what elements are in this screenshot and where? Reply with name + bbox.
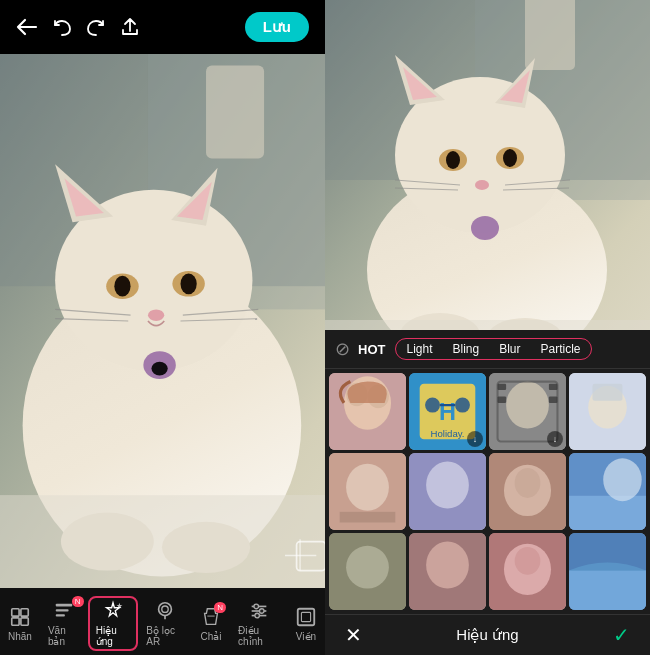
effect-badge-3: ↓ [547, 431, 563, 447]
svg-point-94 [426, 462, 469, 509]
vien-label: Viền [296, 631, 316, 642]
top-toolbar: Lưu [0, 0, 325, 54]
svg-rect-27 [12, 608, 19, 615]
svg-rect-29 [12, 617, 19, 624]
svg-rect-33 [56, 614, 65, 616]
filter-tab-blur[interactable]: Blur [489, 339, 530, 359]
svg-point-104 [426, 542, 469, 589]
svg-rect-45 [301, 612, 310, 621]
svg-rect-89 [593, 384, 623, 401]
svg-text:H: H [439, 399, 456, 425]
svg-rect-3 [206, 66, 264, 159]
effect-item-6[interactable] [409, 453, 486, 530]
svg-point-78 [455, 398, 470, 413]
vanban-badge: N [72, 596, 84, 607]
svg-point-13 [180, 273, 196, 294]
bottom-icon-vien[interactable]: Viền [287, 602, 325, 646]
svg-point-59 [503, 149, 517, 167]
effect-item-12[interactable] [569, 533, 646, 610]
effect-badge-2: ↓ [467, 431, 483, 447]
svg-point-34 [159, 603, 172, 616]
svg-point-20 [151, 362, 167, 376]
svg-rect-23 [0, 495, 325, 588]
filter-tab-particle[interactable]: Particle [531, 339, 591, 359]
svg-point-107 [515, 547, 541, 575]
save-button[interactable]: Lưu [245, 12, 309, 42]
bottom-icon-dieuchinch[interactable]: Điều chỉnh [230, 596, 287, 651]
close-button[interactable]: ✕ [345, 623, 362, 647]
svg-point-77 [425, 398, 440, 413]
svg-rect-86 [549, 397, 558, 403]
bottom-icon-chai[interactable]: N Chải [192, 602, 230, 646]
svg-point-35 [162, 606, 168, 612]
effect-item-2[interactable]: H Holiday. ↓ [409, 373, 486, 450]
effects-tabs-row: ⊘ HOT Light Bling Blur Particle [325, 330, 650, 369]
bottom-icon-nhan[interactable]: Nhãn [0, 602, 40, 646]
effect-item-8[interactable] [569, 453, 646, 530]
effect-item-4[interactable] [569, 373, 646, 450]
bottom-icons-row: Nhãn N Văn bản Hiệu ứng [0, 596, 325, 651]
filter-tab-bling[interactable]: Bling [442, 339, 489, 359]
svg-rect-68 [325, 320, 650, 330]
effect-item-5[interactable] [329, 453, 406, 530]
redo-button[interactable] [86, 18, 106, 36]
svg-rect-32 [56, 609, 69, 611]
cat-photo-right [325, 0, 650, 330]
confirm-button[interactable]: ✓ [613, 623, 630, 647]
filter-tabs-group: Light Bling Blur Particle [395, 338, 591, 360]
effect-item-7[interactable] [489, 453, 566, 530]
svg-point-60 [475, 180, 489, 190]
left-panel: Lưu [0, 0, 325, 655]
effects-label: Hiệu ứng [456, 626, 518, 644]
undo-button[interactable] [52, 18, 72, 36]
effects-panel: ⊘ HOT Light Bling Blur Particle [325, 330, 650, 614]
svg-rect-99 [569, 496, 646, 530]
svg-point-91 [346, 464, 389, 511]
effect-item-1[interactable] [329, 373, 406, 450]
svg-point-11 [114, 276, 130, 297]
effect-item-9[interactable] [329, 533, 406, 610]
svg-rect-30 [21, 617, 28, 624]
no-effect-icon[interactable]: ⊘ [335, 338, 350, 360]
svg-point-100 [603, 458, 642, 501]
bottom-icon-hieuung[interactable]: Hiệu ứng [88, 596, 139, 651]
svg-text:Holiday.: Holiday. [430, 428, 464, 439]
svg-rect-28 [21, 608, 28, 615]
filter-tab-light[interactable]: Light [396, 339, 442, 359]
svg-point-41 [253, 604, 258, 609]
effect-item-11[interactable] [489, 533, 566, 610]
bottom-icon-bocloc[interactable]: Bộ lọc AR [138, 596, 192, 651]
hot-tab[interactable]: HOT [358, 342, 385, 357]
svg-point-14 [148, 309, 164, 321]
svg-point-43 [254, 613, 259, 618]
left-photo-area [0, 54, 325, 588]
svg-rect-84 [498, 397, 507, 403]
svg-rect-85 [549, 384, 558, 390]
bocloc-label: Bộ lọc AR [146, 625, 184, 647]
svg-rect-109 [569, 570, 646, 610]
svg-point-42 [259, 609, 264, 614]
right-photo-area [325, 0, 650, 330]
share-button[interactable] [120, 17, 140, 37]
effect-item-3[interactable]: ↓ [489, 373, 566, 450]
svg-rect-44 [298, 608, 315, 625]
svg-point-57 [446, 151, 460, 169]
svg-rect-49 [525, 0, 575, 70]
toolbar-left [16, 17, 140, 37]
svg-point-65 [471, 216, 499, 240]
hieuung-label: Hiệu ứng [96, 625, 131, 647]
bottom-toolbar: Nhãn N Văn bản Hiệu ứng [0, 588, 325, 655]
bottom-icon-vanban[interactable]: N Văn bản [40, 596, 88, 651]
effects-grid: H Holiday. ↓ [325, 369, 650, 614]
dieuchinch-label: Điều chỉnh [238, 625, 279, 647]
back-button[interactable] [16, 18, 38, 36]
nhan-label: Nhãn [8, 631, 32, 642]
svg-point-81 [506, 382, 549, 429]
right-panel: ⊘ HOT Light Bling Blur Particle [325, 0, 650, 655]
svg-rect-31 [56, 604, 73, 607]
bottom-action-bar: ✕ Hiệu ứng ✓ [325, 614, 650, 655]
effect-item-10[interactable] [409, 533, 486, 610]
chai-badge: N [214, 602, 226, 613]
svg-point-97 [515, 468, 541, 498]
chai-label: Chải [201, 631, 222, 642]
